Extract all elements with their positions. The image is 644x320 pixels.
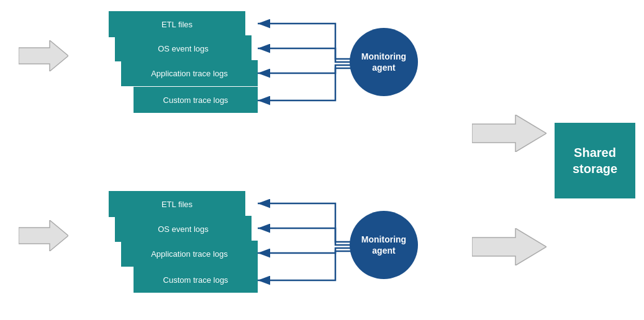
svg-marker-4 [472,228,546,265]
shared-storage: Shared storage [555,123,635,198]
etl-files-card-top: ETL files [109,11,245,37]
diagram: ETL files OS event logs Application trac… [0,0,644,320]
monitoring-agent-bottom: Monitoring agent [350,211,418,279]
app-trace-logs-card-bottom: Application trace logs [121,241,258,267]
input-arrow-bottom [19,220,68,251]
custom-trace-logs-card-top: Custom trace logs [134,87,258,113]
connection-lines [0,0,644,320]
app-trace-logs-card-top: Application trace logs [121,60,258,86]
svg-marker-3 [19,220,68,251]
output-arrow-top [472,115,546,152]
os-event-logs-card-bottom: OS event logs [115,216,252,242]
monitoring-agent-top: Monitoring agent [350,28,418,96]
etl-files-card-bottom: ETL files [109,191,245,217]
svg-marker-2 [472,115,546,152]
custom-trace-logs-card-bottom: Custom trace logs [134,267,258,293]
os-event-logs-card-top: OS event logs [115,35,252,61]
output-arrow-bottom [472,228,546,265]
svg-marker-1 [19,40,68,71]
input-arrow-top [19,40,68,71]
